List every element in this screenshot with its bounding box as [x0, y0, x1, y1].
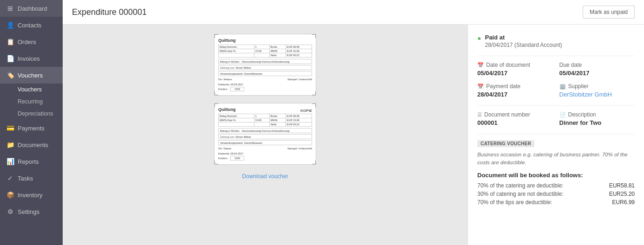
description-value: Dinner for Two	[559, 119, 635, 126]
catering-badge: CATERING VOUCHER	[477, 140, 534, 147]
dashboard-icon: ⊞	[7, 5, 14, 12]
invoices-icon: 📄	[7, 55, 14, 62]
booking-title: Document will be booked as follows:	[477, 172, 635, 179]
sidebar-sub-vouchers-label: Vouchers	[18, 86, 42, 93]
booking-label-0: 70% of the catering are deductible:	[477, 182, 563, 189]
receipt-cell: 19.00	[254, 118, 269, 122]
date-document-value: 05/04/2017	[477, 70, 553, 77]
receipt-betrag-label: Betrag in Worten:Neunundneunzig Komma Ac…	[218, 59, 312, 64]
receipt-cell: 1	[254, 114, 269, 118]
sidebar-item-invoices[interactable]: 📄 Invoices	[0, 50, 63, 67]
download-voucher-link[interactable]: Download voucher	[242, 173, 288, 180]
receipt-cell: Netto	[269, 122, 286, 127]
sidebar-label-invoices: Invoices	[18, 55, 40, 62]
mark-unpaid-button[interactable]: Mark as unpaid	[583, 6, 635, 19]
sidebar-sub-depreciations-label: Depreciations	[18, 110, 53, 117]
receipt-cell: EUR 15,96	[286, 49, 312, 53]
receipt-zahlung: Zahlung von: Simon Weber	[218, 65, 312, 70]
sidebar-item-inventory[interactable]: 📦 Inventory	[0, 187, 63, 203]
booking-label-1: 30% of catering are not deductible:	[477, 191, 563, 197]
receipt-cell	[219, 53, 254, 58]
sidebar-item-orders[interactable]: 📋 Orders	[0, 33, 63, 50]
calendar-icon-1: 📅	[477, 62, 484, 68]
receipt-cell: Beleg-Nummer:	[219, 45, 254, 49]
receipt-kopie-label: KOPIE	[300, 109, 312, 113]
sidebar-item-payments[interactable]: 💳 Payments	[0, 120, 63, 136]
receipt-cell: MWSt-Satz %:	[219, 49, 254, 53]
receipt-zahlung-2: Zahlung von: Simon Weber	[218, 134, 312, 139]
sidebar-sub-vouchers[interactable]: Vouchers	[0, 84, 63, 96]
calendar-icon-2: 📅	[477, 84, 484, 90]
sidebar-sub-recurring-label: Recurring	[18, 98, 43, 105]
sidebar-label-vouchers: Vouchers	[18, 72, 43, 79]
divider-3	[477, 134, 635, 134]
sidebar: ⊞ Dashboard 👤 Contacts 📋 Orders 📄 Invoic…	[0, 0, 63, 245]
doc-number-icon: ☰	[477, 112, 482, 118]
receipt-cell: EUR 99,98	[286, 45, 312, 49]
booking-amount-1: EUR25.20	[609, 191, 635, 197]
receipt-table-2: Beleg-Nummer: 1 Brutto EUR 99,98 MWSt-Sa…	[218, 114, 312, 127]
booking-label-2: 70% of the tips are deductible:	[477, 199, 552, 206]
receipt-ort: Ort / RetiumStempel / Unterschrift	[218, 77, 312, 82]
detail-panel: ● Paid at 28/04/2017 (Standard Account) …	[468, 25, 644, 245]
receipt-cell: EUR 84,02	[286, 122, 312, 127]
sidebar-sub-depreciations[interactable]: Depreciations	[0, 108, 63, 120]
sidebar-item-contacts[interactable]: 👤 Contacts	[0, 17, 63, 33]
vouchers-icon: 🏷️	[7, 71, 14, 79]
sidebar-item-reports[interactable]: 📊 Reports	[0, 153, 63, 170]
supplier-label: 🏢 Supplier	[559, 83, 635, 90]
detail-due-date: Due date 05/04/2017	[559, 62, 635, 77]
receipt-cell: 15.00	[254, 49, 269, 53]
receipt-cell: EUR 15,96	[286, 118, 312, 122]
sidebar-label-contacts: Contacts	[18, 22, 41, 29]
reports-icon: 📊	[7, 158, 14, 165]
sidebar-item-vouchers[interactable]: 🏷️ Vouchers	[0, 67, 63, 84]
sidebar-label-reports: Reports	[18, 158, 39, 165]
main-content: Expenditure 000001 Mark as unpaid Quittu…	[63, 0, 644, 245]
catering-note: Business occasion e.g. catering of busin…	[477, 151, 635, 167]
receipt-cell	[219, 122, 254, 127]
receipt-cell: MWSt	[269, 118, 286, 122]
document-preview: Quittung Beleg-Nummer: 1 Brutto EUR 99,9…	[63, 25, 468, 245]
content-area: Quittung Beleg-Nummer: 1 Brutto EUR 99,9…	[63, 25, 644, 245]
page-header: Expenditure 000001 Mark as unpaid	[63, 0, 644, 25]
detail-supplier: 🏢 Supplier DerStobitzer GmbH	[559, 83, 635, 98]
receipt-cell: Brutto	[269, 45, 286, 49]
sidebar-item-tasks[interactable]: ✓ Tasks	[0, 170, 63, 187]
tasks-icon: ✓	[7, 174, 14, 182]
due-date-value: 05/04/2017	[559, 70, 635, 77]
documents-icon: 📁	[7, 141, 14, 148]
receipt-cell: MWSt-Satz %:	[219, 118, 254, 122]
receipt-cell: MWSt	[269, 49, 286, 53]
receipt-copy: Quittung KOPIE Beleg-Nummer: 1 Brutto EU…	[214, 103, 316, 165]
receipt-kontonr-1: Kontonr.: 1500	[218, 87, 312, 91]
supplier-value[interactable]: DerStobitzer GmbH	[559, 91, 635, 98]
booking-amount-0: EUR58.81	[609, 182, 635, 189]
detail-grid: 📅 Date of document 05/04/2017 Due date 0…	[477, 62, 635, 98]
receipt-cell: Beleg-Nummer:	[219, 114, 254, 118]
sidebar-item-documents[interactable]: 📁 Documents	[0, 136, 63, 153]
receipt-cell	[254, 53, 269, 58]
sidebar-label-dashboard: Dashboard	[18, 5, 47, 12]
description-label: 📄 Description	[559, 111, 635, 118]
sidebar-item-settings[interactable]: ⚙ Settings	[0, 203, 63, 220]
receipt-verwendung-2: Verwendungszweck: Geschäftsessen	[218, 140, 312, 145]
paid-at-info: Paid at 28/04/2017 (Standard Account)	[485, 34, 562, 48]
divider-2	[477, 105, 635, 106]
sidebar-label-documents: Documents	[18, 142, 48, 148]
payments-icon: 💳	[7, 124, 14, 132]
receipt-cell: Brutto	[269, 114, 286, 118]
receipt-cell: 1	[254, 45, 269, 49]
sidebar-sub-recurring[interactable]: Recurring	[0, 96, 63, 108]
receipt-header-2: Quittung KOPIE	[218, 107, 312, 114]
receipt-ort-2: Ort / DatumStempel / Unterschrift	[218, 146, 312, 151]
inventory-icon: 📦	[7, 191, 14, 199]
payment-date-value: 28/04/2017	[477, 91, 553, 98]
settings-icon: ⚙	[7, 208, 14, 215]
receipt-date-2: Karlsruhe, 05.04.2017	[218, 152, 312, 155]
supplier-icon: 🏢	[559, 84, 566, 90]
sidebar-item-dashboard[interactable]: ⊞ Dashboard	[0, 0, 63, 17]
orders-icon: 📋	[7, 38, 14, 45]
booking-row-2: 70% of the tips are deductible: EUR6.99	[477, 199, 635, 206]
sidebar-label-tasks: Tasks	[18, 175, 33, 182]
